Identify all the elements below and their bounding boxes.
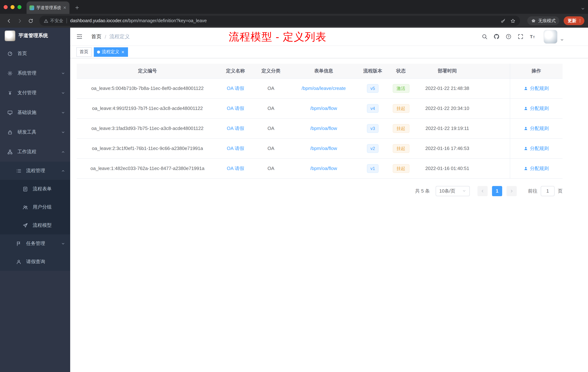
traffic-light-zoom[interactable] <box>17 5 21 9</box>
form-link[interactable]: /bpm/oa/flow <box>310 146 337 151</box>
tag-close-icon[interactable] <box>121 50 125 54</box>
current-page-button[interactable]: 1 <box>492 186 502 196</box>
fullscreen-icon[interactable] <box>517 33 524 40</box>
definition-category: OA <box>267 106 274 111</box>
new-tab-button[interactable] <box>72 3 82 12</box>
traffic-light-minimize[interactable] <box>10 5 15 9</box>
definition-name-link[interactable]: OA 请假 <box>227 85 244 91</box>
table-row: oa_leave:5:004b710b-7b8a-11ec-8ef0-acde4… <box>77 78 563 98</box>
form-link[interactable]: /bpm/oa/leave/create <box>302 86 346 91</box>
navbar: 首页 / 流程定义 ? <box>70 28 588 46</box>
next-page-button[interactable] <box>506 186 517 196</box>
assign-rule-link[interactable]: 分配规则 <box>524 145 549 152</box>
form-link[interactable]: /bpm/oa/flow <box>310 166 337 171</box>
chrome-update-button[interactable]: 更新 <box>564 16 584 25</box>
forward-button[interactable] <box>15 16 25 26</box>
bookmark-star-icon[interactable] <box>510 18 516 23</box>
app-body: 芋道管理系统 首页 系统管理 支付管理 基础设施 <box>0 28 588 372</box>
goto-page-input[interactable] <box>541 186 555 196</box>
definition-category: OA <box>267 166 274 171</box>
github-icon[interactable] <box>494 33 500 40</box>
address-bar[interactable]: 不安全 dashboard.yudao.iocoder.cn/bpm/manag… <box>39 16 520 26</box>
font-size-icon[interactable]: TT <box>529 33 536 40</box>
tag-home[interactable]: 首页 <box>76 47 92 57</box>
chevron-up-icon <box>61 169 65 173</box>
key-icon[interactable] <box>500 18 506 23</box>
version-tag: v1 <box>367 164 378 173</box>
sidebar-item-home[interactable]: 首页 <box>0 44 70 63</box>
list-icon <box>16 168 21 174</box>
deploy-time: 2022-01-22 21:48:38 <box>425 86 469 91</box>
help-icon[interactable]: ? <box>505 33 512 40</box>
browser-tab[interactable]: 芋道管理系统 <box>27 1 69 14</box>
sidebar-item-process-form[interactable]: 流程表单 <box>0 180 70 198</box>
sidebar-item-process-management[interactable]: 流程管理 <box>0 162 70 180</box>
definition-name-link[interactable]: OA 请假 <box>227 125 244 131</box>
sidebar-item-task-management[interactable]: 任务管理 <box>0 234 70 253</box>
avatar[interactable] <box>544 30 557 44</box>
url-domain: dashboard.yudao.iocoder.cn <box>70 18 127 23</box>
status-badge: 激活 <box>393 84 409 93</box>
sidebar-item-payment[interactable]: 支付管理 <box>0 83 70 103</box>
sidebar-item-system[interactable]: 系统管理 <box>0 63 70 83</box>
column-header-id: 定义编号 <box>77 64 218 78</box>
security-label[interactable]: 不安全 <box>50 18 63 24</box>
sidebar-item-workflow[interactable]: 工作流程 <box>0 142 70 162</box>
sidebar-item-leave-query[interactable]: 请假查询 <box>0 253 70 271</box>
deploy-time: 2022-01-16 17:46:53 <box>425 146 469 151</box>
page-content: 定义编号 定义名称 定义分类 表单信息 流程版本 状态 部署时间 操作 <box>70 58 588 196</box>
version-tag: v3 <box>367 124 378 133</box>
definition-category: OA <box>267 86 274 91</box>
column-header-filler <box>480 64 510 78</box>
assign-rule-link[interactable]: 分配规则 <box>524 105 549 111</box>
breadcrumb-current: 流程定义 <box>109 33 130 40</box>
assign-rule-link[interactable]: 分配规则 <box>524 165 549 172</box>
tag-process-definition[interactable]: 流程定义 <box>94 47 128 57</box>
deploy-time: 2022-01-22 19:19:11 <box>425 126 469 131</box>
flag-icon <box>16 241 21 246</box>
definition-name-link[interactable]: OA 请假 <box>227 105 244 111</box>
sidebar-logo[interactable]: 芋道管理系统 <box>0 28 70 44</box>
tab-close-icon[interactable] <box>63 6 67 10</box>
sidebar-item-process-model[interactable]: 流程模型 <box>0 216 70 234</box>
sidebar-item-devtools[interactable]: 研发工具 <box>0 122 70 142</box>
tags-view: 首页 流程定义 <box>70 46 588 58</box>
reload-button[interactable] <box>25 16 36 26</box>
back-button[interactable] <box>4 16 14 26</box>
column-header-form: 表单信息 <box>289 64 358 78</box>
table-row: oa_leave:1:482ec033-762a-11ec-8477-a2380… <box>77 158 563 178</box>
version-tag: v5 <box>367 84 378 93</box>
form-link[interactable]: /bpm/oa/flow <box>310 106 337 111</box>
prev-page-button[interactable] <box>477 186 488 196</box>
column-header-category: 定义分类 <box>253 64 289 78</box>
column-header-name: 定义名称 <box>218 64 253 78</box>
definition-name-link[interactable]: OA 请假 <box>227 145 244 151</box>
definition-category: OA <box>267 126 274 131</box>
user-menu[interactable] <box>544 30 564 44</box>
page-size-select[interactable]: 10条/页 <box>436 186 470 196</box>
definition-id: oa_leave:5:004b710b-7b8a-11ec-8ef0-acde4… <box>91 86 204 91</box>
sidebar-item-user-group[interactable]: 用户分组 <box>0 198 70 216</box>
traffic-light-close[interactable] <box>4 5 8 9</box>
definition-id: oa_leave:3:1fad3d93-7b75-11ec-a3c8-acde4… <box>92 126 203 131</box>
screen: 芋道管理系统 不安全 dashboard.yudao.iocode <box>0 0 588 372</box>
assign-rule-link[interactable]: 分配规则 <box>524 85 549 92</box>
breadcrumb-home[interactable]: 首页 <box>91 33 101 40</box>
table-header-row: 定义编号 定义名称 定义分类 表单信息 流程版本 状态 部署时间 操作 <box>77 64 563 78</box>
window-controls <box>0 0 27 14</box>
active-tag-dot <box>97 50 100 53</box>
main-area: 首页 / 流程定义 ? <box>70 28 588 372</box>
search-icon[interactable] <box>482 33 488 40</box>
definition-name-link[interactable]: OA 请假 <box>227 165 244 171</box>
insecure-warning-icon[interactable] <box>44 18 48 23</box>
url-text[interactable]: dashboard.yudao.iocoder.cn/bpm/manager/d… <box>70 18 207 23</box>
form-link[interactable]: /bpm/oa/flow <box>310 126 337 131</box>
assign-rule-link[interactable]: 分配规则 <box>524 125 549 131</box>
sidebar-item-infrastructure[interactable]: 基础设施 <box>0 103 70 122</box>
kebab-menu-icon[interactable] <box>578 19 582 23</box>
yen-icon <box>7 90 13 96</box>
column-header-version: 流程版本 <box>358 64 387 78</box>
breadcrumb-separator: / <box>105 34 106 40</box>
tab-search-chevron-icon[interactable] <box>581 7 585 11</box>
hamburger-icon[interactable] <box>70 27 88 46</box>
